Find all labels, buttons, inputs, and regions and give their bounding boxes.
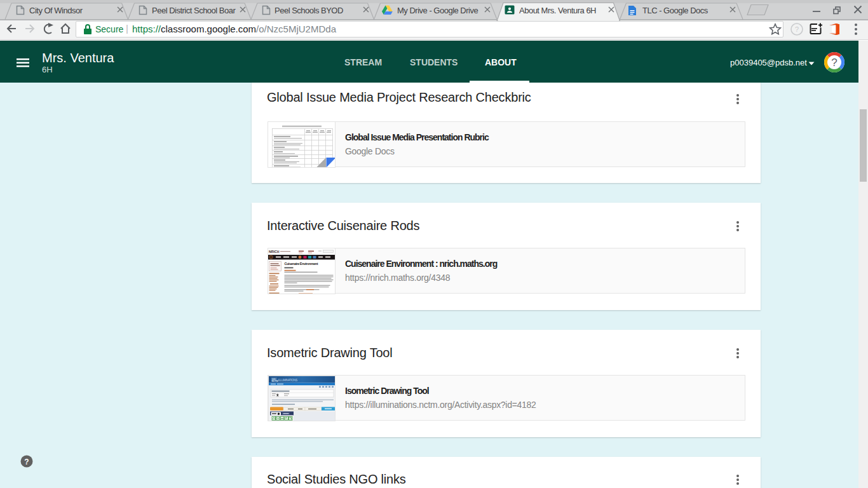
svg-text:NRICH: NRICH [269,250,280,254]
svg-text:?: ? [795,25,799,33]
svg-text:?: ? [831,57,837,69]
svg-text:?: ? [24,458,29,466]
svg-text:NCTM: NCTM [272,380,278,383]
svg-text:ILLUMINATIONS: ILLUMINATIONS [278,379,297,382]
svg-text:Cuisenaire Environment: Cuisenaire Environment [285,262,318,266]
